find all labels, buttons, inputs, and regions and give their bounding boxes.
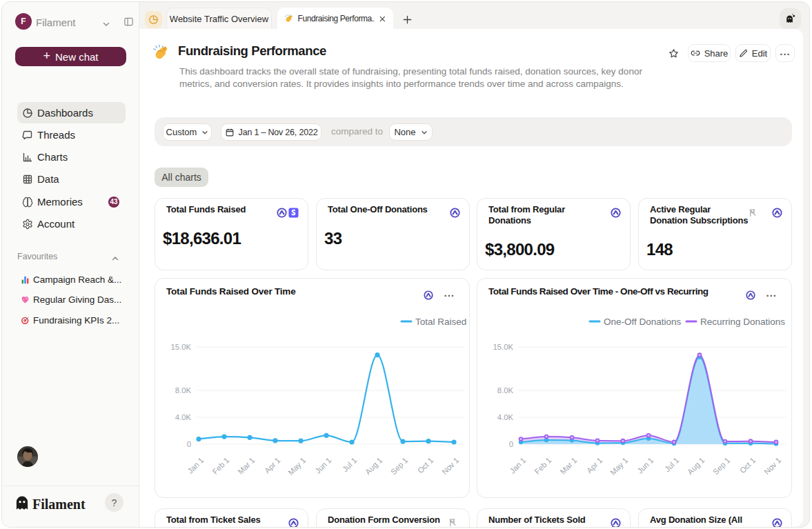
svg-text:Nov 1: Nov 1 (762, 456, 782, 476)
svg-text:Nov 1: Nov 1 (440, 456, 460, 476)
svg-text:Aug 1: Aug 1 (364, 456, 384, 476)
svg-text:Jan 1: Jan 1 (186, 456, 205, 475)
svg-text:0: 0 (187, 440, 191, 448)
svg-text:Feb 1: Feb 1 (533, 456, 553, 476)
svg-text:Aug 1: Aug 1 (686, 456, 706, 476)
svg-text:Apr 1: Apr 1 (585, 456, 604, 475)
svg-text:Jul 1: Jul 1 (341, 456, 358, 473)
svg-text:May 1: May 1 (286, 456, 307, 477)
svg-text:Mar 1: Mar 1 (559, 456, 579, 476)
svg-text:Sep 1: Sep 1 (711, 456, 731, 476)
svg-text:Jun 1: Jun 1 (313, 456, 333, 475)
svg-text:Jun 1: Jun 1 (635, 456, 655, 475)
svg-text:0: 0 (509, 440, 513, 448)
svg-text:Apr 1: Apr 1 (263, 456, 282, 475)
svg-text:15.0K: 15.0K (170, 343, 191, 351)
svg-text:Feb 1: Feb 1 (211, 456, 231, 476)
svg-text:Oct 1: Oct 1 (738, 456, 757, 475)
svg-text:4.0K: 4.0K (497, 413, 514, 421)
svg-text:May 1: May 1 (608, 456, 629, 477)
svg-text:Oct 1: Oct 1 (416, 456, 435, 475)
svg-text:Recurring Donations: Recurring Donations (700, 317, 785, 327)
svg-text:8.0K: 8.0K (175, 386, 192, 395)
svg-text:8.0K: 8.0K (497, 386, 514, 395)
svg-text:Total Raised: Total Raised (415, 317, 466, 327)
svg-text:15.0K: 15.0K (493, 343, 513, 351)
svg-text:Jan 1: Jan 1 (508, 456, 527, 475)
svg-text:Sep 1: Sep 1 (389, 456, 409, 476)
svg-text:Mar 1: Mar 1 (237, 456, 257, 476)
svg-text:One-Off Donations: One-Off Donations (604, 317, 682, 327)
svg-text:4.0K: 4.0K (175, 413, 192, 421)
svg-text:Jul 1: Jul 1 (663, 456, 680, 473)
